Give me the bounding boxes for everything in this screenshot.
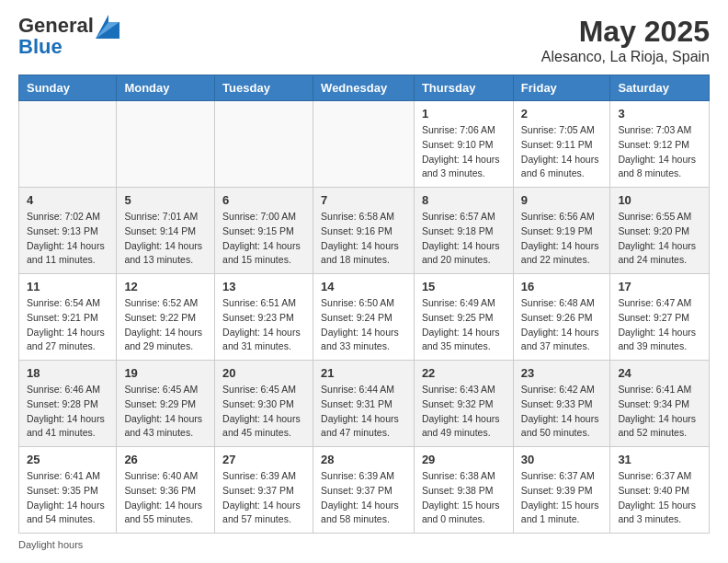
calendar-cell: 8Sunrise: 6:57 AM Sunset: 9:18 PM Daylig… (414, 188, 513, 274)
day-info: Sunrise: 6:37 AM Sunset: 9:39 PM Dayligh… (521, 469, 603, 527)
calendar-cell: 29Sunrise: 6:38 AM Sunset: 9:38 PM Dayli… (414, 447, 513, 534)
day-info: Sunrise: 6:38 AM Sunset: 9:38 PM Dayligh… (422, 469, 506, 527)
day-number: 21 (321, 366, 406, 380)
day-number: 23 (521, 366, 603, 380)
day-number: 19 (124, 366, 207, 380)
day-number: 1 (422, 107, 506, 121)
col-tuesday: Tuesday (215, 75, 313, 101)
day-number: 20 (222, 366, 305, 380)
calendar-cell: 1Sunrise: 7:06 AM Sunset: 9:10 PM Daylig… (414, 101, 513, 188)
day-number: 24 (618, 366, 701, 380)
col-saturday: Saturday (610, 75, 710, 101)
calendar-table: Sunday Monday Tuesday Wednesday Thursday… (18, 75, 710, 534)
col-thursday: Thursday (414, 75, 513, 101)
day-number: 5 (124, 193, 207, 207)
calendar-cell: 19Sunrise: 6:45 AM Sunset: 9:29 PM Dayli… (117, 361, 215, 447)
week-row-4: 18Sunrise: 6:46 AM Sunset: 9:28 PM Dayli… (19, 361, 710, 447)
day-number: 31 (618, 453, 701, 466)
day-info: Sunrise: 7:01 AM Sunset: 9:14 PM Dayligh… (124, 210, 207, 268)
day-info: Sunrise: 6:37 AM Sunset: 9:40 PM Dayligh… (618, 469, 701, 527)
day-info: Sunrise: 6:45 AM Sunset: 9:30 PM Dayligh… (222, 383, 305, 441)
day-number: 4 (27, 193, 108, 207)
day-info: Sunrise: 7:05 AM Sunset: 9:11 PM Dayligh… (521, 123, 603, 181)
calendar-cell: 31Sunrise: 6:37 AM Sunset: 9:40 PM Dayli… (610, 447, 710, 534)
day-info: Sunrise: 6:47 AM Sunset: 9:27 PM Dayligh… (618, 296, 701, 354)
day-number: 29 (422, 453, 506, 466)
calendar-cell: 27Sunrise: 6:39 AM Sunset: 9:37 PM Dayli… (215, 447, 313, 534)
logo-icon (96, 15, 119, 39)
day-info: Sunrise: 6:58 AM Sunset: 9:16 PM Dayligh… (321, 210, 406, 268)
day-number: 7 (321, 193, 406, 207)
calendar-cell: 30Sunrise: 6:37 AM Sunset: 9:39 PM Dayli… (513, 447, 610, 534)
day-number: 6 (222, 193, 305, 207)
day-number: 15 (422, 280, 506, 293)
day-info: Sunrise: 6:39 AM Sunset: 9:37 PM Dayligh… (222, 469, 305, 527)
day-info: Sunrise: 6:39 AM Sunset: 9:37 PM Dayligh… (321, 469, 406, 527)
calendar-cell (117, 101, 215, 188)
day-info: Sunrise: 6:48 AM Sunset: 9:26 PM Dayligh… (521, 296, 603, 354)
day-info: Sunrise: 6:41 AM Sunset: 9:34 PM Dayligh… (618, 383, 701, 441)
calendar-cell (19, 101, 117, 188)
calendar-cell: 20Sunrise: 6:45 AM Sunset: 9:30 PM Dayli… (215, 361, 313, 447)
day-info: Sunrise: 6:54 AM Sunset: 9:21 PM Dayligh… (27, 296, 108, 354)
day-info: Sunrise: 6:43 AM Sunset: 9:32 PM Dayligh… (422, 383, 506, 441)
calendar-cell: 4Sunrise: 7:02 AM Sunset: 9:13 PM Daylig… (19, 188, 117, 274)
col-friday: Friday (513, 75, 610, 101)
calendar-cell: 5Sunrise: 7:01 AM Sunset: 9:14 PM Daylig… (117, 188, 215, 274)
col-wednesday: Wednesday (313, 75, 415, 101)
calendar-cell: 9Sunrise: 6:56 AM Sunset: 9:19 PM Daylig… (513, 188, 610, 274)
day-number: 13 (222, 280, 305, 293)
calendar-cell: 2Sunrise: 7:05 AM Sunset: 9:11 PM Daylig… (513, 101, 610, 188)
header-row: Sunday Monday Tuesday Wednesday Thursday… (19, 75, 710, 101)
week-row-2: 4Sunrise: 7:02 AM Sunset: 9:13 PM Daylig… (19, 188, 710, 274)
week-row-1: 1Sunrise: 7:06 AM Sunset: 9:10 PM Daylig… (19, 101, 710, 188)
calendar-cell: 15Sunrise: 6:49 AM Sunset: 9:25 PM Dayli… (414, 274, 513, 361)
day-number: 17 (618, 280, 701, 293)
logo: General Blue (18, 15, 119, 59)
daylight-label: Daylight hours (18, 539, 83, 550)
calendar-cell: 10Sunrise: 6:55 AM Sunset: 9:20 PM Dayli… (610, 188, 710, 274)
day-number: 11 (27, 280, 108, 293)
calendar-cell: 12Sunrise: 6:52 AM Sunset: 9:22 PM Dayli… (117, 274, 215, 361)
calendar-title: May 2025 (541, 15, 710, 49)
day-info: Sunrise: 6:55 AM Sunset: 9:20 PM Dayligh… (618, 210, 701, 268)
page: General Blue May 2025 Alesanco, La Rioja… (0, 0, 728, 563)
week-row-5: 25Sunrise: 6:41 AM Sunset: 9:35 PM Dayli… (19, 447, 710, 534)
calendar-cell: 24Sunrise: 6:41 AM Sunset: 9:34 PM Dayli… (610, 361, 710, 447)
day-number: 30 (521, 453, 603, 466)
calendar-cell: 17Sunrise: 6:47 AM Sunset: 9:27 PM Dayli… (610, 274, 710, 361)
day-info: Sunrise: 6:45 AM Sunset: 9:29 PM Dayligh… (124, 383, 207, 441)
day-info: Sunrise: 6:40 AM Sunset: 9:36 PM Dayligh… (124, 469, 207, 527)
day-number: 27 (222, 453, 305, 466)
day-number: 10 (618, 193, 701, 207)
calendar-cell: 21Sunrise: 6:44 AM Sunset: 9:31 PM Dayli… (313, 361, 415, 447)
footer: Daylight hours (18, 539, 710, 550)
day-info: Sunrise: 7:03 AM Sunset: 9:12 PM Dayligh… (618, 123, 701, 181)
day-info: Sunrise: 6:52 AM Sunset: 9:22 PM Dayligh… (124, 296, 207, 354)
col-sunday: Sunday (19, 75, 117, 101)
day-info: Sunrise: 6:56 AM Sunset: 9:19 PM Dayligh… (521, 210, 603, 268)
calendar-cell: 6Sunrise: 7:00 AM Sunset: 9:15 PM Daylig… (215, 188, 313, 274)
day-number: 8 (422, 193, 506, 207)
header: General Blue May 2025 Alesanco, La Rioja… (18, 15, 710, 65)
calendar-cell (215, 101, 313, 188)
day-info: Sunrise: 7:00 AM Sunset: 9:15 PM Dayligh… (222, 210, 305, 268)
day-info: Sunrise: 6:41 AM Sunset: 9:35 PM Dayligh… (27, 469, 108, 527)
day-info: Sunrise: 7:02 AM Sunset: 9:13 PM Dayligh… (27, 210, 108, 268)
calendar-cell (313, 101, 415, 188)
day-number: 28 (321, 453, 406, 466)
calendar-subtitle: Alesanco, La Rioja, Spain (541, 49, 710, 65)
calendar-cell: 11Sunrise: 6:54 AM Sunset: 9:21 PM Dayli… (19, 274, 117, 361)
calendar-cell: 18Sunrise: 6:46 AM Sunset: 9:28 PM Dayli… (19, 361, 117, 447)
day-info: Sunrise: 6:50 AM Sunset: 9:24 PM Dayligh… (321, 296, 406, 354)
calendar-cell: 25Sunrise: 6:41 AM Sunset: 9:35 PM Dayli… (19, 447, 117, 534)
day-number: 12 (124, 280, 207, 293)
day-number: 18 (27, 366, 108, 380)
day-number: 16 (521, 280, 603, 293)
day-info: Sunrise: 6:57 AM Sunset: 9:18 PM Dayligh… (422, 210, 506, 268)
day-info: Sunrise: 6:42 AM Sunset: 9:33 PM Dayligh… (521, 383, 603, 441)
calendar-cell: 22Sunrise: 6:43 AM Sunset: 9:32 PM Dayli… (414, 361, 513, 447)
col-monday: Monday (117, 75, 215, 101)
day-number: 25 (27, 453, 108, 466)
calendar-cell: 28Sunrise: 6:39 AM Sunset: 9:37 PM Dayli… (313, 447, 415, 534)
